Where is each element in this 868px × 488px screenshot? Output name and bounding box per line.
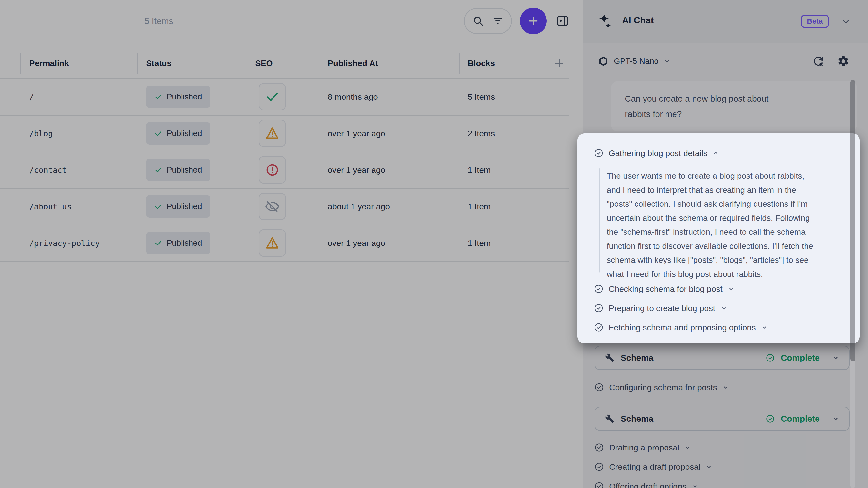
step-check-circle-icon: [594, 149, 603, 158]
step-chevron-down-icon: [721, 305, 727, 311]
reasoning-step[interactable]: Preparing to create blog post: [594, 302, 727, 314]
step-chevron-down-icon: [728, 286, 734, 292]
step-check-circle-icon: [594, 303, 603, 313]
thinking-body: The user wants me to create a blog post …: [607, 169, 813, 281]
reasoning-step[interactable]: Fetching schema and proposing options: [594, 322, 768, 333]
step-chevron-down-icon: [761, 324, 768, 330]
step-check-circle-icon: [594, 284, 603, 293]
step-check-circle-icon: [594, 323, 603, 332]
thinking-spotlight-card: Gathering blog post details The user wan…: [578, 133, 860, 344]
thinking-quote-border: [599, 168, 600, 272]
thinking-header[interactable]: Gathering blog post details: [594, 148, 719, 159]
chat-scrollbar-thumb[interactable]: [850, 80, 855, 361]
collapse-chevron-up-icon: [713, 150, 719, 156]
reasoning-step[interactable]: Checking schema for blog post: [594, 283, 734, 294]
